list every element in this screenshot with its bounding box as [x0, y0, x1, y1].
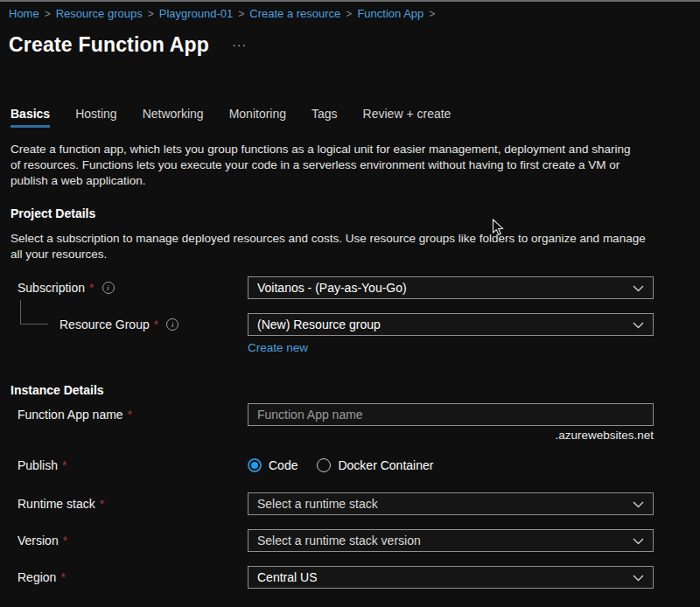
required-marker: *	[89, 281, 94, 295]
tab-tags[interactable]: Tags	[312, 107, 338, 128]
runtime-stack-label: Runtime stack	[18, 497, 95, 511]
runtime-stack-dropdown[interactable]: Select a runtime stack	[248, 492, 654, 515]
function-app-name-label-cell: Function App name *	[18, 408, 248, 422]
breadcrumb-separator: >	[45, 8, 51, 20]
radio-option-code-label: Code	[269, 458, 298, 472]
info-icon[interactable]: i	[166, 318, 178, 331]
resource-group-row: Resource Group * i (New) Resource group	[0, 313, 700, 336]
create-new-link[interactable]: Create new	[248, 341, 308, 354]
subscription-label: Subscription	[18, 281, 85, 295]
project-details-heading: Project Details	[10, 206, 700, 220]
page-header: Create Function App ···	[9, 31, 700, 58]
info-icon[interactable]: i	[102, 282, 115, 294]
basics-form: Subscription * i Voitanos - (Pay-as-You-…	[0, 276, 700, 589]
required-marker: *	[128, 408, 132, 422]
breadcrumb-separator: >	[429, 8, 435, 20]
subscription-control: Voitanos - (Pay-as-You-Go)	[248, 276, 654, 299]
breadcrumb-separator: >	[346, 8, 352, 20]
instance-details-heading: Instance Details	[10, 383, 700, 397]
publish-row: Publish * Code Docker Container	[0, 456, 700, 475]
function-app-name-row: Function App name *	[0, 403, 700, 426]
project-details-description: Select a subscription to manage deployed…	[10, 231, 686, 262]
required-marker: *	[100, 497, 104, 511]
runtime-stack-control: Select a runtime stack	[248, 492, 654, 515]
create-function-app-page: { "colors": { "background": "#0f0f0f", "…	[0, 0, 700, 607]
subscription-dropdown[interactable]: Voitanos - (Pay-as-You-Go)	[248, 276, 654, 299]
required-marker: *	[154, 317, 158, 331]
breadcrumb-link-create-a-resource[interactable]: Create a resource	[249, 7, 340, 20]
publish-label-cell: Publish *	[18, 458, 248, 472]
region-value: Central US	[257, 570, 317, 584]
subscription-value: Voitanos - (Pay-as-You-Go)	[257, 281, 407, 295]
tab-monitoring[interactable]: Monitoring	[229, 107, 286, 128]
version-dropdown[interactable]: Select a runtime stack version	[248, 529, 654, 552]
window-top-edge	[0, 0, 700, 2]
radio-option-code[interactable]: Code	[248, 458, 298, 472]
chevron-down-icon	[633, 570, 644, 584]
region-row: Region * Central US	[0, 566, 700, 589]
runtime-stack-row: Runtime stack * Select a runtime stack	[0, 492, 700, 515]
region-label: Region	[18, 570, 56, 584]
region-control: Central US	[248, 566, 654, 589]
region-label-cell: Region *	[18, 570, 248, 584]
version-label: Version	[18, 534, 59, 548]
tab-hosting[interactable]: Hosting	[75, 107, 116, 128]
publish-label: Publish	[18, 458, 58, 472]
required-marker: *	[63, 534, 67, 548]
subscription-row: Subscription * i Voitanos - (Pay-as-You-…	[0, 276, 700, 299]
subscription-label-cell: Subscription * i	[18, 281, 248, 295]
version-row: Version * Select a runtime stack version	[0, 529, 700, 552]
region-dropdown[interactable]: Central US	[248, 566, 654, 589]
function-app-name-input[interactable]	[248, 403, 654, 426]
radio-option-docker-label: Docker Container	[338, 458, 433, 472]
publish-control: Code Docker Container	[248, 456, 654, 475]
resource-group-dropdown[interactable]: (New) Resource group	[248, 313, 654, 336]
page-title: Create Function App	[9, 33, 209, 57]
chevron-down-icon	[633, 497, 644, 511]
chevron-down-icon	[633, 317, 644, 331]
tab-basics[interactable]: Basics	[10, 107, 50, 128]
resource-group-label-cell: Resource Group * i	[18, 317, 248, 331]
radio-selected-icon	[248, 458, 262, 472]
breadcrumb: Home>Resource groups>Playground-01>Creat…	[9, 7, 700, 21]
required-marker: *	[60, 570, 65, 584]
publish-radio-group: Code Docker Container	[248, 456, 654, 475]
breadcrumb-separator: >	[238, 8, 244, 20]
intro-description: Create a function app, which lets you gr…	[10, 142, 686, 189]
function-app-name-control	[248, 403, 654, 426]
radio-unselected-icon	[317, 458, 331, 472]
tab-review-create[interactable]: Review + create	[363, 107, 452, 128]
chevron-down-icon	[633, 281, 644, 295]
chevron-down-icon	[633, 534, 644, 548]
tab-networking[interactable]: Networking	[143, 107, 204, 128]
version-label-cell: Version *	[18, 534, 248, 548]
breadcrumb-link-playground-01[interactable]: Playground-01	[159, 7, 234, 20]
domain-suffix-row: .azurewebsites.net	[0, 429, 700, 442]
wizard-tabs: Basics Hosting Networking Monitoring Tag…	[10, 107, 700, 128]
hierarchy-connector-line	[20, 300, 48, 324]
resource-group-value: (New) Resource group	[257, 317, 381, 331]
version-control: Select a runtime stack version	[248, 529, 654, 552]
function-app-name-label: Function App name	[18, 408, 123, 422]
breadcrumb-link-home[interactable]: Home	[9, 7, 39, 20]
domain-suffix: .azurewebsites.net	[248, 429, 654, 442]
breadcrumb-separator: >	[148, 8, 154, 20]
runtime-stack-label-cell: Runtime stack *	[18, 497, 248, 511]
version-value: Select a runtime stack version	[257, 534, 421, 548]
radio-option-docker-container[interactable]: Docker Container	[317, 458, 433, 472]
required-marker: *	[62, 458, 66, 472]
resource-group-label: Resource Group	[60, 317, 150, 331]
breadcrumb-link-resource-groups[interactable]: Resource groups	[56, 7, 143, 20]
breadcrumb-link-function-app[interactable]: Function App	[357, 7, 424, 20]
more-options-icon[interactable]: ···	[232, 40, 247, 49]
create-new-row: Create new	[0, 340, 700, 355]
runtime-stack-value: Select a runtime stack	[257, 497, 378, 511]
resource-group-control: (New) Resource group	[248, 313, 654, 336]
